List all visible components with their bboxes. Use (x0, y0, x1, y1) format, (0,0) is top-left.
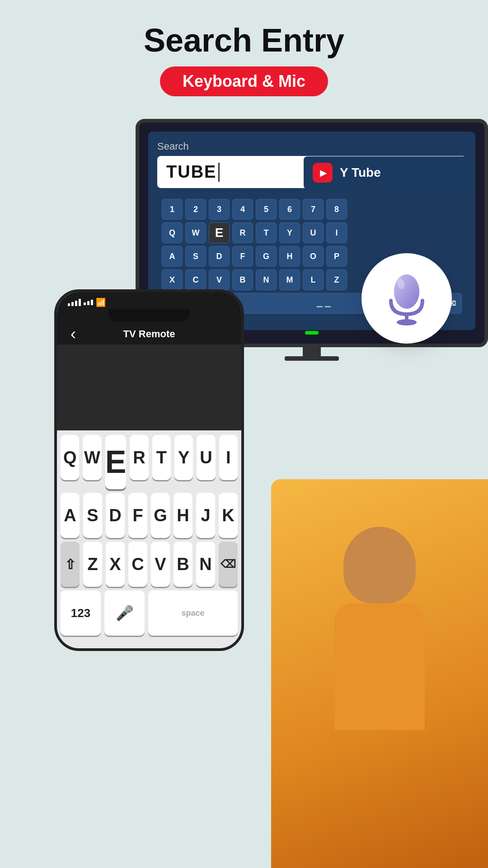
person-area (271, 479, 488, 868)
kb-r[interactable]: R (130, 435, 148, 480)
page-title: Search Entry (9, 23, 479, 58)
kb-row-qwer: Q W E R T Y U I (61, 435, 238, 489)
kb-n[interactable]: N (196, 542, 215, 587)
youtube-icon (313, 163, 333, 183)
kb-e[interactable]: E (105, 435, 127, 489)
tv-key-5[interactable]: 5 (256, 199, 277, 220)
phone-status-bar: 📶 (57, 292, 241, 307)
tv-key-2[interactable]: 2 (185, 199, 206, 220)
kb-w[interactable]: W (83, 435, 101, 480)
kb-x[interactable]: X (106, 542, 125, 587)
tv-search-label: Search (157, 141, 466, 152)
tv-key-d[interactable]: D (209, 246, 230, 267)
tv-key-f[interactable]: F (232, 246, 253, 267)
tv-key-3[interactable]: 3 (209, 199, 230, 220)
tv-key-1[interactable]: 1 (162, 199, 183, 220)
kb-row-asdf: A S D F G H J K (61, 493, 238, 538)
tv-base (285, 356, 339, 361)
kb-mic[interactable]: 🎤 (104, 590, 145, 636)
tv-key-v[interactable]: V (209, 269, 230, 290)
bar1b (84, 302, 86, 305)
tv-key-c[interactable]: C (185, 269, 206, 290)
tv-key-w[interactable]: W (185, 222, 206, 243)
phone-nav-title: TV Remote (123, 328, 175, 340)
kb-f[interactable]: F (128, 493, 147, 538)
mic-3d-icon (382, 271, 432, 326)
tv-neck (303, 347, 321, 356)
kb-h[interactable]: H (174, 493, 192, 538)
tv-key-6[interactable]: 6 (279, 199, 300, 220)
text-cursor (218, 163, 220, 182)
kb-k[interactable]: K (219, 493, 238, 538)
bar2 (71, 302, 74, 306)
kb-j[interactable]: J (196, 493, 215, 538)
kb-a[interactable]: A (61, 493, 80, 538)
kb-y[interactable]: Y (174, 435, 193, 480)
phone-frame: 📶 ‹ TV Remote AV/T (54, 289, 244, 651)
kb-g[interactable]: G (151, 493, 170, 538)
kb-u[interactable]: U (197, 435, 215, 480)
tv-key-b[interactable]: B (232, 269, 253, 290)
person-bg (271, 479, 488, 868)
tv-key-q[interactable]: Q (162, 222, 183, 243)
kb-d[interactable]: D (106, 493, 125, 538)
kb-i[interactable]: I (219, 435, 238, 480)
phone-screen: 📶 ‹ TV Remote AV/T (57, 292, 241, 648)
tv-key-m[interactable]: M (279, 269, 300, 290)
bar3 (75, 301, 77, 306)
tv-input-text: TUBE (166, 162, 216, 182)
tv-key-o[interactable]: O (303, 246, 324, 267)
kb-row-bottom: 123 🎤 space (61, 590, 238, 636)
kb-backspace[interactable]: ⌫ (219, 542, 238, 587)
person-figure (334, 527, 425, 730)
kb-c[interactable]: C (128, 542, 147, 587)
signal-bars (68, 299, 81, 306)
kb-123[interactable]: 123 (61, 590, 101, 636)
floating-mic (361, 253, 452, 344)
phone-container: 📶 ‹ TV Remote AV/T (54, 289, 244, 651)
tv-key-8[interactable]: 8 (326, 199, 347, 220)
phone-notch (108, 309, 190, 322)
svg-point-3 (397, 319, 417, 326)
tv-key-7[interactable]: 7 (303, 199, 324, 220)
bar3b (91, 300, 93, 305)
kb-t[interactable]: T (152, 435, 171, 480)
kb-space[interactable]: space (148, 590, 238, 636)
tv-key-row-qwer: Q W E R T Y U I (162, 222, 462, 243)
back-button[interactable]: ‹ (70, 325, 76, 344)
bar4 (79, 299, 81, 306)
tv-key-y[interactable]: Y (279, 222, 300, 243)
wifi-icon: 📶 (96, 297, 106, 307)
tv-key-i[interactable]: I (326, 222, 347, 243)
tv-key-r[interactable]: R (232, 222, 253, 243)
kb-q[interactable]: Q (61, 435, 79, 480)
tv-key-p[interactable]: P (326, 246, 347, 267)
person-head (343, 527, 416, 604)
tv-key-n[interactable]: N (256, 269, 277, 290)
kb-b[interactable]: B (174, 542, 192, 587)
tv-key-l[interactable]: L (303, 269, 324, 290)
tv-key-e[interactable]: E (209, 222, 230, 243)
tv-key-u[interactable]: U (303, 222, 324, 243)
tv-suggestion[interactable]: Y Tube (304, 156, 475, 189)
kb-s[interactable]: S (83, 493, 102, 538)
phone-keyboard: Q W E R T Y U I A S D F G H J (57, 430, 241, 648)
tv-key-z[interactable]: Z (326, 269, 347, 290)
tv-key-g[interactable]: G (256, 246, 277, 267)
bar1 (68, 303, 70, 306)
tv-key-4[interactable]: 4 (232, 199, 253, 220)
kb-v[interactable]: V (151, 542, 170, 587)
suggestion-text: Y Tube (340, 165, 381, 180)
header-badge: Keyboard & Mic (160, 66, 328, 96)
phone-nav-bar: ‹ TV Remote (57, 324, 241, 344)
bar2b (87, 301, 89, 305)
tv-key-x[interactable]: X (162, 269, 183, 290)
tv-key-a[interactable]: A (162, 246, 183, 267)
tv-key-h[interactable]: H (279, 246, 300, 267)
svg-point-1 (394, 274, 419, 309)
kb-shift[interactable]: ⇧ (61, 542, 80, 587)
tv-key-s[interactable]: S (185, 246, 206, 267)
kb-z[interactable]: Z (83, 542, 102, 587)
tv-key-t[interactable]: T (256, 222, 277, 243)
tv-indicator (305, 331, 319, 335)
